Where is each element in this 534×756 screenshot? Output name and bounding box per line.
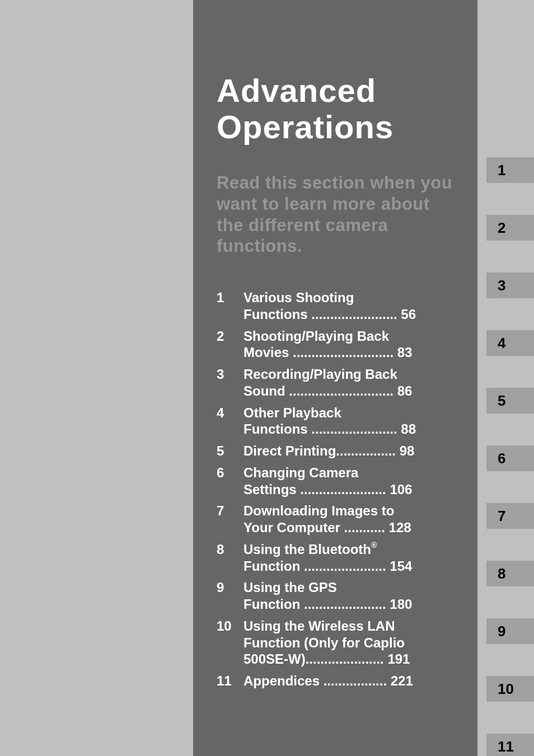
toc-label: Shooting/Playing Back Movies ...........… bbox=[243, 328, 454, 361]
toc-label: Using the Wireless LAN Function (Only fo… bbox=[243, 618, 454, 668]
toc-label: Other Playback Functions ...............… bbox=[243, 405, 454, 438]
toc-label: Recording/Playing Back Sound ...........… bbox=[243, 366, 454, 400]
toc-label: Using the GPS Function .................… bbox=[243, 579, 454, 613]
toc-item[interactable]: 1 Various Shooting Functions ...........… bbox=[217, 289, 454, 323]
chapter-tab-4[interactable]: 4 bbox=[486, 330, 534, 356]
toc-label: Various Shooting Functions .............… bbox=[243, 289, 454, 323]
chapter-tab-9[interactable]: 9 bbox=[486, 618, 534, 644]
toc-item[interactable]: 2 Shooting/Playing Back Movies .........… bbox=[217, 328, 454, 361]
toc-number: 10 bbox=[217, 618, 243, 635]
toc-item[interactable]: 7 Downloading Images to Your Computer ..… bbox=[217, 503, 454, 536]
chapter-tab-8[interactable]: 8 bbox=[486, 561, 534, 586]
toc-number: 7 bbox=[217, 503, 243, 519]
toc-item[interactable]: 10 Using the Wireless LAN Function (Only… bbox=[217, 618, 454, 668]
main-content-column: Advanced Operations Read this section wh… bbox=[193, 0, 477, 756]
toc-number: 8 bbox=[217, 541, 243, 558]
chapter-tab-1[interactable]: 1 bbox=[486, 157, 534, 183]
toc-number: 6 bbox=[217, 464, 243, 481]
chapter-tab-2[interactable]: 2 bbox=[486, 215, 534, 241]
toc-label: Downloading Images to Your Computer ....… bbox=[243, 503, 454, 536]
chapter-tab-5[interactable]: 5 bbox=[486, 388, 534, 414]
registered-symbol: ® bbox=[371, 541, 377, 550]
chapter-tab-7[interactable]: 7 bbox=[486, 503, 534, 529]
toc-number: 5 bbox=[217, 443, 243, 459]
page-title: Advanced Operations bbox=[217, 73, 454, 145]
toc-number: 3 bbox=[217, 366, 243, 383]
toc-number: 9 bbox=[217, 579, 243, 596]
chapter-tabs: 1 2 3 4 5 6 7 8 9 10 11 bbox=[486, 157, 534, 756]
chapter-tab-3[interactable]: 3 bbox=[486, 273, 534, 298]
toc-number: 1 bbox=[217, 289, 243, 306]
toc-number: 4 bbox=[217, 405, 243, 421]
toc-label: Direct Printing................ 98 bbox=[243, 443, 454, 459]
toc-item[interactable]: 6 Changing Camera Settings .............… bbox=[217, 464, 454, 498]
toc-item[interactable]: 11 Appendices ................. 221 bbox=[217, 673, 454, 689]
table-of-contents: 1 Various Shooting Functions ...........… bbox=[217, 289, 454, 689]
page-subtitle: Read this section when you want to learn… bbox=[217, 172, 454, 257]
toc-label: Appendices ................. 221 bbox=[243, 673, 454, 689]
toc-number: 2 bbox=[217, 328, 243, 345]
chapter-tab-10[interactable]: 10 bbox=[486, 676, 534, 702]
toc-label: Changing Camera Settings ...............… bbox=[243, 464, 454, 498]
toc-item[interactable]: 8 Using the Bluetooth®Function .........… bbox=[217, 541, 454, 575]
toc-item[interactable]: 5 Direct Printing................ 98 bbox=[217, 443, 454, 459]
chapter-tab-6[interactable]: 6 bbox=[486, 445, 534, 471]
toc-item[interactable]: 9 Using the GPS Function ...............… bbox=[217, 579, 454, 613]
toc-item[interactable]: 3 Recording/Playing Back Sound .........… bbox=[217, 366, 454, 400]
toc-label: Using the Bluetooth®Function ...........… bbox=[243, 541, 454, 575]
toc-number: 11 bbox=[217, 673, 243, 689]
chapter-tab-11[interactable]: 11 bbox=[486, 734, 534, 756]
toc-item[interactable]: 4 Other Playback Functions .............… bbox=[217, 405, 454, 438]
